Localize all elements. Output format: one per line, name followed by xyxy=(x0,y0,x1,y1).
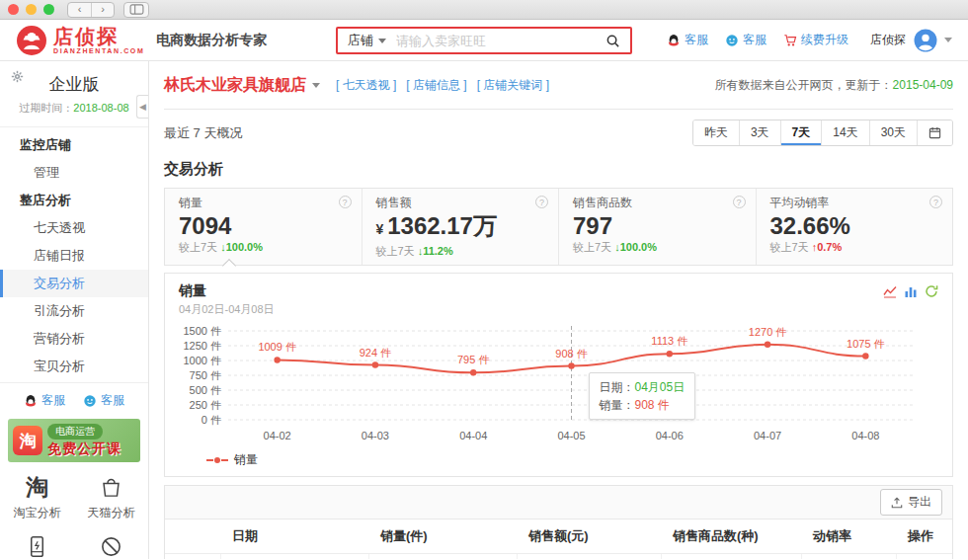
svg-text:04-07: 04-07 xyxy=(754,430,781,441)
browser-back-button[interactable]: ‹ xyxy=(68,3,91,17)
header-link-1[interactable]: 客服 xyxy=(725,32,766,48)
promo-banner[interactable]: 淘 电商运营 免费公开课 xyxy=(8,419,140,462)
svg-text:1250 件: 1250 件 xyxy=(183,340,221,352)
table-row-0: 1.2015-04-081075¥ 206.33万35433.05%查看详情 xyxy=(165,554,952,560)
kpi-card-0[interactable]: 销量7094较上7天 ↓100.0% xyxy=(165,189,362,265)
legend-marker-icon[interactable] xyxy=(206,457,228,463)
help-icon[interactable] xyxy=(733,196,746,208)
search-icon xyxy=(605,34,620,48)
window-zoom-button[interactable] xyxy=(43,4,54,15)
table-cell: 354 xyxy=(661,554,801,560)
kpi-label: 平均动销率 xyxy=(770,195,939,211)
tool-1[interactable]: 天猫分析 xyxy=(74,468,148,527)
period-title: 最近 7 天概况 xyxy=(164,124,242,142)
store-link-1[interactable]: [ 店铺信息 ] xyxy=(406,77,466,94)
kpi-card-1[interactable]: 销售额¥ 1362.17万较上7天 ↓11.2% xyxy=(362,189,559,265)
kpi-value: 797 xyxy=(573,212,742,239)
header-link-2[interactable]: 续费升级 xyxy=(783,32,848,48)
svg-text:04-02: 04-02 xyxy=(264,430,291,441)
export-button[interactable]: 导出 xyxy=(880,489,942,516)
date-range-button-0[interactable]: 昨天 xyxy=(693,120,739,145)
store-link-2[interactable]: [ 店铺关键词 ] xyxy=(477,77,549,94)
sidebar-item-1-3[interactable]: 引流分析 xyxy=(0,297,148,325)
bar-chart-icon[interactable] xyxy=(904,284,918,298)
support-link-0[interactable]: 客服 xyxy=(24,392,65,409)
svg-text:1075 件: 1075 件 xyxy=(847,338,885,350)
chart-panel: 销量 04月02日-04月08日 0 件250 件500 件750 件1000 … xyxy=(164,273,953,477)
account-chevron-down-icon[interactable] xyxy=(944,38,952,42)
svg-text:924 件: 924 件 xyxy=(360,347,391,359)
sidebar-item-1-0[interactable]: 七天透视 xyxy=(0,214,148,242)
sidebar-menu: 监控店铺管理整店分析七天透视店铺日报交易分析引流分析营销分析宝贝分析 xyxy=(0,127,148,383)
svg-text:500 件: 500 件 xyxy=(190,384,221,396)
kpi-card-2[interactable]: 销售商品数797较上7天 ↓100.0% xyxy=(558,189,756,265)
taobao-icon: 淘 xyxy=(26,476,48,499)
sales-line-chart[interactable]: 0 件250 件500 件750 件1000 件1250 件1500 件1009… xyxy=(179,319,937,449)
chart-legend: 销量 xyxy=(165,449,952,476)
main-content: 林氏木业家具旗舰店 [ 七天透视 ][ 店铺信息 ][ 店铺关键词 ] 所有数据… xyxy=(149,61,968,559)
help-icon[interactable] xyxy=(929,196,942,208)
arrow-down-icon: ↓100.0% xyxy=(614,241,657,253)
table-header-row: 日期销量(件)销售额(元)销售商品数(种)动销率操作 xyxy=(165,520,952,554)
date-picker-button[interactable] xyxy=(917,120,952,145)
sidebar-item-0-0[interactable]: 管理 xyxy=(0,159,148,187)
tool-2[interactable]: 无线分析 xyxy=(0,527,74,560)
support-link-1[interactable]: 客服 xyxy=(83,392,124,409)
svg-text:1270 件: 1270 件 xyxy=(749,326,787,338)
svg-text:1113 件: 1113 件 xyxy=(651,335,687,347)
svg-text:795 件: 795 件 xyxy=(457,354,489,365)
tool-label: 淘宝分析 xyxy=(14,505,61,521)
sidebar-item-1-2[interactable]: 交易分析 xyxy=(0,270,148,297)
avatar[interactable] xyxy=(914,29,937,52)
date-range-button-3[interactable]: 14天 xyxy=(821,120,868,145)
table-panel: 导出 日期销量(件)销售额(元)销售商品数(种)动销率操作 1.2015-04-… xyxy=(164,485,953,559)
sidebar-item-1-4[interactable]: 营销分析 xyxy=(0,325,148,353)
svg-text:750 件: 750 件 xyxy=(190,369,221,381)
svg-text:250 件: 250 件 xyxy=(190,399,221,411)
chart-tools xyxy=(883,284,938,298)
tool-0[interactable]: 淘淘宝分析 xyxy=(0,468,74,527)
arrow-down-icon: ↓11.2% xyxy=(418,245,453,257)
tool-3[interactable]: 降权查询 xyxy=(74,527,148,560)
header-right: 客服客服续费升级 店侦探 xyxy=(650,29,952,52)
kpi-card-3[interactable]: 平均动销率32.66%较上7天 ↑0.7% xyxy=(756,189,953,265)
svg-text:04-08: 04-08 xyxy=(851,430,879,441)
search-input[interactable] xyxy=(396,34,596,48)
store-name[interactable]: 林氏木业家具旗舰店 xyxy=(164,75,306,96)
svg-text:04-06: 04-06 xyxy=(656,430,684,441)
taobao-badge-icon: 淘 xyxy=(13,426,42,455)
search-button[interactable] xyxy=(596,34,630,48)
qq-icon xyxy=(24,394,38,408)
store-chevron-down-icon[interactable] xyxy=(312,83,320,88)
svg-text:04-05: 04-05 xyxy=(557,430,585,441)
date-range-button-4[interactable]: 30天 xyxy=(869,120,917,145)
svg-text:0 件: 0 件 xyxy=(202,414,221,426)
browser-sidebar-button[interactable] xyxy=(123,2,149,18)
kpi-compare: 较上7天 ↑0.7% xyxy=(770,240,939,255)
help-icon[interactable] xyxy=(339,196,352,208)
date-range-button-1[interactable]: 3天 xyxy=(739,120,780,145)
logo[interactable]: 店侦探 DIANZHENTAN.COM 电商数据分析专家 xyxy=(16,25,267,56)
sidebar-item-1-1[interactable]: 店铺日报 xyxy=(0,242,148,270)
table-cell: ¥ 206.33万 xyxy=(517,554,661,560)
sidebar-item-1-5[interactable]: 宝贝分析 xyxy=(0,353,148,380)
refresh-icon[interactable] xyxy=(925,284,938,298)
table-header-0: 日期 xyxy=(220,520,368,554)
pane-icon xyxy=(129,4,144,15)
header-link-0[interactable]: 客服 xyxy=(667,32,708,48)
kpi-compare: 较上7天 ↓100.0% xyxy=(573,240,742,255)
window-minimize-button[interactable] xyxy=(26,4,37,15)
browser-forward-button[interactable]: › xyxy=(91,3,114,17)
window-close-button[interactable] xyxy=(8,4,19,15)
line-chart-icon[interactable] xyxy=(883,284,897,298)
search-category-dropdown[interactable]: 店铺 xyxy=(338,32,396,49)
store-link-0[interactable]: [ 七天透视 ] xyxy=(336,77,396,94)
sidebar-collapse-button[interactable]: ◀ xyxy=(136,95,148,119)
menu-section-title-1: 整店分析 xyxy=(0,187,148,214)
kpi-label: 销量 xyxy=(179,195,348,211)
chart-tooltip: 日期：04月05日 销量：908 件 xyxy=(589,372,696,420)
settings-gear-icon[interactable] xyxy=(11,70,24,83)
date-range-button-2[interactable]: 7天 xyxy=(780,120,822,145)
svg-text:04-04: 04-04 xyxy=(459,430,487,441)
help-icon[interactable] xyxy=(535,196,548,208)
